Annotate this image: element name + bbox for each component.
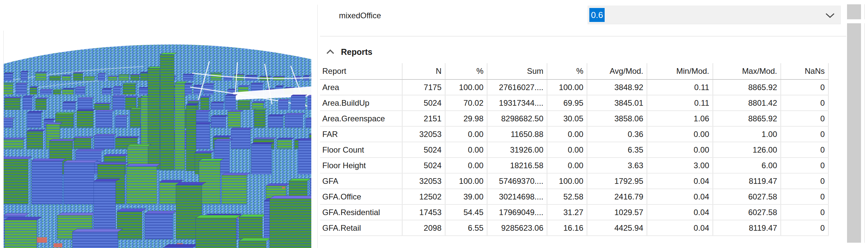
filler-cell [828,157,846,173]
reports-section-header[interactable]: Reports [326,47,372,57]
report-name-cell: GFA.Retail [320,220,402,236]
table-row[interactable]: Area.Greenspace215129.988298682.5030.053… [320,111,846,126]
table-row[interactable]: GFA.Office1250239.0030214698....52.58241… [320,189,846,205]
value-cell: 1.00 [713,126,781,142]
value-cell: 30214698.... [487,189,547,205]
table-row[interactable]: GFA.Retail20986.559285623.0616.164425.94… [320,220,846,236]
value-cell: 17453 [402,205,445,220]
combobox-selected-text: 0.6 [589,8,604,22]
value-cell: 11650.88 [487,126,547,142]
report-name-cell: Floor Count [320,142,402,157]
report-name-cell: Area.Greenspace [320,111,402,126]
value-cell: 4425.94 [587,220,647,236]
column-header-nans[interactable]: NaNs [781,63,828,79]
value-cell: 57469370.... [487,173,547,189]
value-cell: 100.00 [445,173,487,189]
value-cell: 0.04 [647,189,713,205]
value-cell: 39.00 [445,189,487,205]
value-cell: 16.16 [547,220,587,236]
value-cell: 8801.42 [713,95,781,111]
value-cell: 18216.58 [487,157,547,173]
value-cell: 0.04 [647,205,713,220]
parameter-value-combobox[interactable]: 0.6 [588,6,841,24]
value-cell: 70.02 [445,95,487,111]
report-name-cell: FAR [320,126,402,142]
value-cell: 12502 [402,189,445,205]
value-cell: 1029.57 [587,205,647,220]
table-row[interactable]: Area.BuildUp502470.0219317344....69.9538… [320,95,846,111]
panel-divider [317,5,318,248]
value-cell: 3845.01 [587,95,647,111]
table-row[interactable]: GFA32053100.0057469370....100.001792.950… [320,173,846,189]
column-header-minmod[interactable]: Min/Mod. [647,63,713,79]
value-cell: 6.55 [445,220,487,236]
filler-cell [828,142,846,157]
column-header-maxmod[interactable]: Max/Mod. [713,63,781,79]
scrollbar-thumb-top[interactable] [847,4,861,19]
value-cell: 32053 [402,126,445,142]
value-cell: 6.35 [587,142,647,157]
value-cell: 0.00 [647,126,713,142]
value-cell: 30.05 [547,111,587,126]
value-cell: 0.36 [587,126,647,142]
table-row[interactable]: Area7175100.0027616027....100.003848.920… [320,79,846,95]
value-cell: 0 [781,220,828,236]
value-cell: 2416.79 [587,189,647,205]
value-cell: 0.11 [647,79,713,95]
value-cell: 8119.47 [713,173,781,189]
column-header-pct[interactable]: % [445,63,487,79]
filler-cell [828,79,846,95]
chevron-up-icon[interactable] [326,49,335,55]
value-cell: 0 [781,189,828,205]
value-cell: 27616027.... [487,79,547,95]
value-cell: 0 [781,173,828,189]
value-cell: 31926.00 [487,142,547,157]
chevron-down-icon[interactable] [825,13,835,18]
filler-cell [828,95,846,111]
value-cell: 0 [781,142,828,157]
parameter-name-label: mixedOffice [339,11,381,20]
value-cell: 2098 [402,220,445,236]
value-cell: 5024 [402,142,445,157]
value-cell: 0 [781,111,828,126]
table-row[interactable]: Floor Count50240.0031926.000.006.350.001… [320,142,846,157]
report-name-cell: Area [320,79,402,95]
column-header-report[interactable]: Report [320,63,402,79]
value-cell: 100.00 [547,173,587,189]
report-name-cell: Floor Height [320,157,402,173]
value-cell: 3.00 [647,157,713,173]
filler-cell [828,126,846,142]
table-row[interactable]: Floor Height50240.0018216.580.003.633.00… [320,157,846,173]
filler-cell [828,111,846,126]
value-cell: 3848.92 [587,79,647,95]
scrollbar-edge-main [864,23,865,243]
column-header-sum[interactable]: Sum [487,63,547,79]
column-header-pct[interactable]: % [547,63,587,79]
table-row[interactable]: GFA.Residential1745354.4517969049....31.… [320,205,846,220]
column-header-n[interactable]: N [402,63,445,79]
value-cell: 100.00 [547,79,587,95]
value-cell: 0.11 [647,95,713,111]
value-cell: 7175 [402,79,445,95]
value-cell: 9285623.06 [487,220,547,236]
section-divider [320,36,846,37]
value-cell: 6027.58 [713,189,781,205]
value-cell: 29.98 [445,111,487,126]
value-cell: 6.00 [713,157,781,173]
filler-cell [828,205,846,220]
scrollbar-thumb-main[interactable] [847,23,861,243]
column-header-avgmod[interactable]: Avg/Mod. [587,63,647,79]
reports-table: ReportN%Sum%Avg/Mod.Min/Mod.Max/Mod.NaNs… [320,63,846,236]
value-cell: 8865.92 [713,111,781,126]
filler-cell [828,173,846,189]
value-cell: 0.00 [547,126,587,142]
report-name-cell: GFA.Office [320,189,402,205]
table-row[interactable]: FAR320530.0011650.880.000.360.001.000 [320,126,846,142]
viewport-3d[interactable] [3,31,311,248]
value-cell: 5024 [402,95,445,111]
filler-cell [828,220,846,236]
report-name-cell: Area.BuildUp [320,95,402,111]
value-cell: 1.06 [647,111,713,126]
value-cell: 2151 [402,111,445,126]
value-cell: 0.00 [445,142,487,157]
